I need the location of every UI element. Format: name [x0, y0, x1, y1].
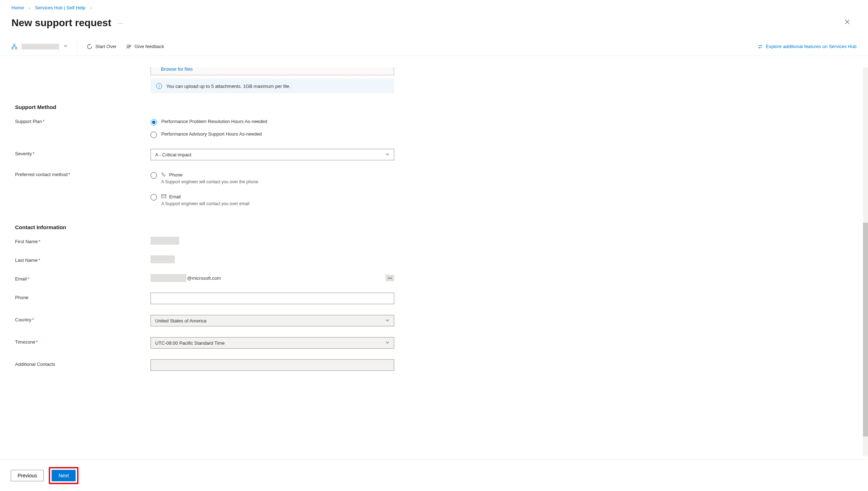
section-contact-information: Contact Information: [15, 224, 853, 230]
label-support-plan: Support Plan: [15, 119, 42, 124]
email-more-button[interactable]: •••: [386, 275, 394, 281]
country-select[interactable]: United States of America: [151, 315, 394, 326]
chevron-down-icon: [63, 44, 68, 49]
country-value: United States of America: [155, 318, 206, 324]
label-severity: Severity: [15, 151, 32, 156]
scrollbar-track[interactable]: [863, 67, 868, 456]
hierarchy-icon: [11, 44, 17, 49]
start-over-label: Start Over: [95, 44, 116, 49]
label-first-name: First Name: [15, 239, 38, 244]
severity-select[interactable]: A - Critical impact: [151, 149, 394, 160]
breadcrumb: Home › Services Hub | Self Help ›: [0, 0, 868, 10]
info-icon: i: [156, 83, 162, 89]
radio-support-plan-2-label: Performance Advisory Support Hours As-ne…: [161, 131, 262, 137]
phone-icon: [161, 172, 166, 178]
radio-support-plan-1-label: Performance Problem Resolution Hours As-…: [161, 119, 267, 124]
label-email: Email: [15, 276, 27, 282]
label-preferred-contact: Preferred contact method: [15, 172, 68, 177]
timezone-select[interactable]: UTC-08:00 Pacific Standard Time: [151, 337, 394, 349]
upload-info-message: i You can upload up to 5 attachments. 1G…: [151, 79, 394, 93]
svg-rect-1: [12, 48, 13, 49]
label-phone: Phone: [15, 295, 29, 300]
footer: Previous Next: [0, 459, 868, 491]
chevron-right-icon: ›: [90, 6, 92, 10]
radio-contact-email-sub: A Support engineer will contact you over…: [161, 201, 249, 206]
scope-value-redacted: [22, 44, 59, 49]
page-title: New support request: [11, 17, 111, 29]
label-timezone: Timezone: [15, 339, 35, 345]
svg-rect-2: [15, 48, 17, 49]
radio-contact-phone-label: Phone: [169, 172, 183, 178]
phone-input[interactable]: [151, 293, 394, 304]
give-feedback-button[interactable]: Give feedback: [126, 44, 164, 49]
close-icon: [844, 19, 850, 25]
next-button[interactable]: Next: [52, 470, 76, 481]
chevron-down-icon: [385, 152, 390, 157]
radio-contact-email-label: Email: [169, 194, 181, 199]
email-prefix-redacted: [151, 274, 186, 282]
scope-selector[interactable]: [11, 41, 77, 52]
last-name-value-redacted: [151, 255, 175, 263]
explore-features-link[interactable]: Explore additional features on Services …: [757, 44, 857, 49]
mail-icon: [161, 194, 166, 200]
chevron-right-icon: ›: [29, 6, 30, 10]
give-feedback-label: Give feedback: [134, 44, 164, 49]
svg-rect-0: [14, 44, 15, 46]
svg-point-3: [127, 45, 129, 47]
chevron-down-icon: [385, 340, 390, 345]
breadcrumb-home[interactable]: Home: [11, 5, 24, 10]
upload-info-text: You can upload up to 5 attachments. 1GB …: [166, 84, 290, 89]
first-name-value-redacted: [151, 237, 179, 245]
feedback-icon: [126, 44, 132, 49]
radio-support-plan-2[interactable]: [151, 132, 157, 138]
close-button[interactable]: [841, 17, 854, 29]
label-country: Country: [15, 317, 32, 322]
label-additional-contacts: Additional Contacts: [15, 362, 55, 367]
next-button-highlight: Next: [49, 467, 78, 484]
previous-button[interactable]: Previous: [11, 470, 44, 481]
email-suffix: @microsoft.com: [187, 275, 221, 281]
swap-icon: [757, 44, 763, 49]
start-over-button[interactable]: Start Over: [87, 44, 116, 49]
radio-contact-phone[interactable]: [151, 172, 157, 179]
toolbar: Start Over Give feedback Explore additio…: [0, 37, 868, 56]
more-actions-button[interactable]: ···: [118, 20, 124, 26]
timezone-value: UTC-08:00 Pacific Standard Time: [155, 340, 225, 346]
browse-files-link[interactable]: Browse for files: [161, 67, 193, 72]
scrollbar-thumb[interactable]: [863, 223, 868, 436]
section-support-method: Support Method: [15, 104, 853, 110]
breadcrumb-services-hub[interactable]: Services Hub | Self Help: [35, 5, 86, 10]
svg-rect-4: [162, 195, 166, 198]
explore-features-label: Explore additional features on Services …: [766, 44, 857, 49]
chevron-down-icon: [385, 318, 390, 323]
radio-contact-email[interactable]: [151, 194, 157, 200]
label-last-name: Last Name: [15, 258, 38, 263]
severity-value: A - Critical impact: [155, 152, 191, 157]
refresh-icon: [87, 44, 92, 49]
radio-support-plan-1[interactable]: [151, 119, 157, 126]
file-upload-dropzone[interactable]: Browse for files: [151, 67, 394, 75]
radio-contact-phone-sub: A Support engineer will contact you over…: [161, 179, 258, 184]
additional-contacts-input[interactable]: [151, 359, 394, 371]
